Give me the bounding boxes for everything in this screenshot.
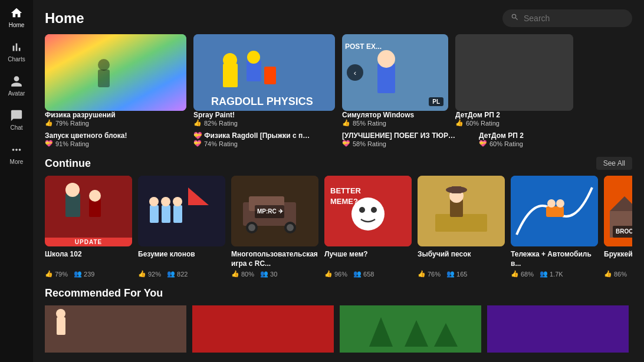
rating-stat-brook: 👍 86% (604, 270, 627, 278)
game-stats-sand: 👍 76% 👥 165 (418, 270, 505, 278)
game-thumb-sand (418, 176, 505, 246)
svg-rect-60 (45, 305, 186, 353)
rec-thumb-3[interactable] (340, 305, 481, 353)
svg-text:BROOKHAVEN: BROOKHAVEN (616, 228, 632, 235)
featured-rating-2: 👍 82% Rating (193, 119, 335, 127)
recommended-section-title: Recommended For You (45, 287, 163, 300)
sidebar-item-more[interactable]: More (0, 137, 33, 171)
rec-thumb-1[interactable] (45, 305, 186, 353)
svg-rect-8 (264, 67, 276, 84)
feat2-item-4: ДетДом РП 2 💝 60% Rating (479, 131, 597, 147)
game-title-sand: Зыбучий песок (418, 250, 505, 268)
feat2-title-1: Запуск цветного блока! (45, 131, 163, 140)
search-bar[interactable] (502, 9, 632, 27)
game-card-bezumie[interactable]: Безумие клонов 👍 92% 👥 822 (138, 176, 225, 278)
game-thumb-cart (511, 176, 598, 246)
sidebar-label-charts: Charts (8, 56, 25, 62)
game-card-sand[interactable]: Зыбучий песок 👍 76% 👥 165 (418, 176, 505, 278)
avatar-icon (9, 74, 24, 88)
svg-rect-18 (89, 199, 101, 217)
game-card-brook[interactable]: BROOKHAVEN Бруккейвен 🏠 RP 👍 86% 👥 246K (604, 176, 632, 278)
page-title: Home (45, 10, 84, 27)
svg-point-39 (359, 207, 365, 213)
rating-stat-sand: 👍 76% (418, 270, 441, 278)
feat2-item-1: Запуск цветного блока! 💝 91% Rating (45, 131, 186, 147)
game-thumb-mem: BETTER MEME? (324, 176, 412, 246)
featured-item-1[interactable]: Физика разрушений 👍 79% Rating (45, 34, 186, 127)
more-icon (9, 143, 24, 157)
players-stat-shkola: 👥 239 (74, 270, 94, 278)
svg-rect-63 (192, 305, 334, 353)
svg-point-34 (287, 224, 294, 231)
search-input[interactable] (524, 14, 624, 23)
sidebar-item-avatar[interactable]: Avatar (0, 68, 33, 103)
rating-stat-cart: 👍 68% (511, 270, 534, 278)
svg-point-27 (173, 197, 182, 206)
game-title-shkola: Школа 102 (45, 250, 132, 268)
featured-title-3: Симулятор Windows (342, 111, 448, 119)
sidebar-label-home: Home (9, 22, 25, 28)
featured-item-3[interactable]: POST EX... ‹ PL Симулятор Windows 👍 85% … (342, 34, 448, 127)
charts-icon (9, 40, 24, 54)
featured-item-2[interactable]: RAGDOLL PHYSICS Spray Paint! 👍 82% Ratin… (193, 34, 335, 127)
game-stats-bezumie: 👍 92% 👥 822 (138, 270, 225, 278)
sidebar-item-chat[interactable]: Chat (0, 103, 33, 137)
svg-rect-22 (150, 205, 159, 223)
svg-rect-61 (57, 317, 65, 335)
game-thumb-rc: MP:RC ✈ (231, 176, 318, 246)
recommended-section-header: Recommended For You (45, 287, 632, 300)
featured-thumb-2: RAGDOLL PHYSICS (193, 34, 335, 111)
featured-thumb-1 (45, 34, 186, 111)
players-stat-cart: 👥 1.7K (540, 270, 563, 278)
featured-rating-4: 👍 60% Rating (455, 119, 573, 127)
sidebar-label-more: More (10, 159, 24, 165)
sidebar-item-home[interactable]: Home (0, 0, 33, 34)
game-card-mem[interactable]: BETTER MEME? Лучше мем? 👍 96% 👥 658 (324, 176, 412, 278)
rating-stat-bezumie: 👍 92% (138, 270, 161, 278)
svg-rect-16 (65, 193, 80, 217)
home-icon (9, 6, 24, 20)
featured-item-4[interactable]: ДетДом РП 2 👍 60% Rating (455, 34, 573, 127)
svg-point-7 (247, 51, 260, 64)
continue-games-row: UPDATE Школа 102 👍 79% 👥 239 (45, 176, 632, 278)
play-badge: PL (429, 97, 443, 106)
thumbsup-icon-1: 👍 (45, 119, 53, 127)
feat2-title-2: 💝 Физика Ragdoll [Прыжки с параш... (193, 131, 311, 140)
rec-thumb-2[interactable] (192, 305, 334, 353)
svg-rect-68 (487, 305, 629, 353)
players-stat-bezumie: 👥 822 (167, 270, 188, 278)
game-stats-cart: 👍 68% 👥 1.7K (511, 270, 598, 278)
continue-section-header: Continue See All (45, 157, 632, 170)
svg-rect-6 (247, 61, 261, 81)
featured-title-4: ДетДом РП 2 (455, 111, 573, 119)
sidebar-item-charts[interactable]: Charts (0, 34, 33, 68)
thumbsup-icon-4: 👍 (455, 119, 464, 127)
featured-rating-1: 👍 79% Rating (45, 119, 186, 127)
svg-rect-4 (223, 64, 238, 87)
game-card-shkola[interactable]: UPDATE Школа 102 👍 79% 👥 239 (45, 176, 132, 278)
prev-arrow-button[interactable]: ‹ (347, 64, 363, 81)
rec-thumb-4[interactable] (487, 305, 629, 353)
featured-row: Физика разрушений 👍 79% Rating RAGDOLL P… (45, 34, 632, 127)
feat2-title-4: ДетДом РП 2 (479, 131, 597, 140)
svg-text:MEME?: MEME? (330, 197, 358, 206)
rating-stat-rc: 👍 80% (231, 270, 254, 278)
game-stats-mem: 👍 96% 👥 658 (324, 270, 412, 278)
game-card-rc[interactable]: MP:RC ✈ Многопользовательская игра с RC.… (231, 176, 318, 278)
svg-point-62 (56, 309, 65, 318)
game-card-cart[interactable]: Тележка + Автомобиль в... 👍 68% 👥 1.7K (511, 176, 598, 278)
sidebar-label-avatar: Avatar (8, 90, 25, 97)
game-title-bezumie: Безумие клонов (138, 250, 225, 268)
svg-point-2 (98, 59, 110, 71)
svg-point-23 (149, 197, 159, 206)
players-stat-rc: 👥 30 (260, 270, 277, 278)
chat-icon (9, 108, 24, 123)
game-stats-brook: 👍 86% 👥 246K (604, 270, 632, 278)
svg-point-17 (65, 183, 80, 197)
svg-rect-15 (45, 176, 132, 246)
see-all-button[interactable]: See All (596, 157, 632, 170)
players-stat-sand: 👥 165 (446, 270, 467, 278)
svg-text:MP:RC ✈: MP:RC ✈ (257, 208, 284, 215)
svg-rect-26 (173, 205, 182, 223)
svg-point-51 (547, 199, 556, 208)
